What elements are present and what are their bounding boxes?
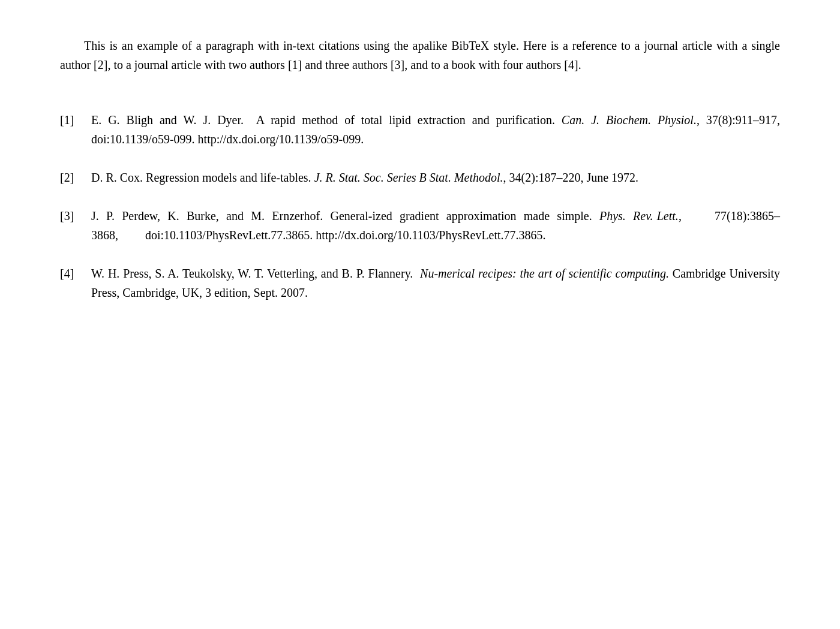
- ref-number-4: [4]: [60, 264, 91, 283]
- page: This is an example of a paragraph with i…: [0, 0, 840, 629]
- ref-number-2: [2]: [60, 168, 91, 187]
- reference-item-4: [4] W. H. Press, S. A. Teukolsky, W. T. …: [60, 264, 780, 302]
- ref-content-3: J. P. Perdew, K. Burke, and M. Ernzerhof…: [91, 206, 780, 245]
- ref-number-1: [1]: [60, 110, 91, 130]
- ref-content-4: W. H. Press, S. A. Teukolsky, W. T. Vett…: [91, 264, 780, 302]
- ref-4-title: Nu-merical recipes: the art of scientifi…: [420, 267, 669, 280]
- ref-number-3: [3]: [60, 206, 91, 225]
- reference-item-2: [2] D. R. Cox. Regression models and lif…: [60, 168, 780, 187]
- reference-item-1: [1] E. G. Bligh and W. J. Dyer. A rapid …: [60, 110, 780, 149]
- ref-content-1: E. G. Bligh and W. J. Dyer. A rapid meth…: [91, 110, 780, 149]
- reference-item-3: [3] J. P. Perdew, K. Burke, and M. Ernze…: [60, 206, 780, 245]
- references-section: [1] E. G. Bligh and W. J. Dyer. A rapid …: [60, 110, 780, 302]
- intro-paragraph: This is an example of a paragraph with i…: [60, 36, 780, 74]
- ref-2-journal: J. R. Stat. Soc. Series B Stat. Methodol…: [314, 171, 503, 184]
- ref-content-2: D. R. Cox. Regression models and life-ta…: [91, 168, 780, 187]
- ref-1-journal: Can. J. Biochem. Physiol.: [562, 113, 697, 127]
- ref-3-journal: Phys. Rev. Lett.: [599, 209, 679, 222]
